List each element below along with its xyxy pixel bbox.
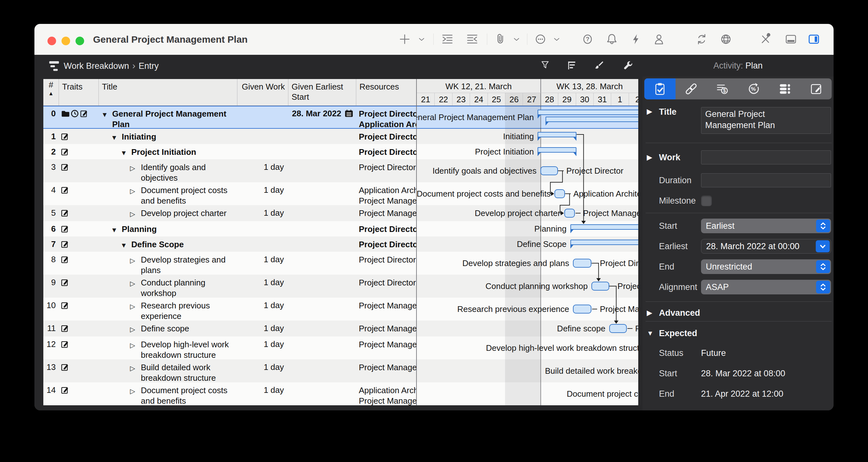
disclosure-triangle-icon[interactable]: ▼ bbox=[111, 224, 122, 235]
table-row[interactable]: 1▼InitiatingProject DirectorInitiating bbox=[43, 129, 638, 144]
outdent-icon[interactable] bbox=[465, 32, 479, 46]
breadcrumb-view[interactable]: Entry bbox=[138, 61, 159, 71]
tab-plan[interactable] bbox=[644, 79, 676, 99]
zoom-button[interactable] bbox=[75, 37, 84, 45]
table-row[interactable]: 3▷Identify goals and objectives1 dayProj… bbox=[43, 159, 638, 182]
table-row[interactable]: 0▼General Project Management Plan28. Mar… bbox=[43, 106, 638, 129]
more-options-icon[interactable] bbox=[533, 32, 548, 46]
table-row[interactable]: 7▼Define ScopeProject DirectorDefine Sco… bbox=[43, 237, 638, 252]
tab-resources[interactable] bbox=[769, 79, 801, 99]
gantt-summary-bar[interactable] bbox=[570, 224, 638, 230]
duration-input[interactable] bbox=[701, 173, 831, 187]
breadcrumb[interactable]: Work Breakdown›Entry bbox=[64, 55, 159, 76]
stepper-icon[interactable] bbox=[816, 260, 830, 273]
stepper-icon[interactable] bbox=[816, 219, 830, 232]
title-input[interactable]: General Project Management Plan bbox=[701, 107, 831, 134]
table-row[interactable]: 13▷Build detailed work breakdown structu… bbox=[43, 360, 638, 382]
table-row[interactable]: 5▷Develop project charter1 dayProject Ma… bbox=[43, 205, 638, 221]
gantt-summary-bar[interactable] bbox=[570, 240, 638, 245]
gantt-summary-bar[interactable] bbox=[546, 117, 638, 122]
table-row[interactable]: 11▷Define scope1 dayProject ManagerDefin… bbox=[43, 320, 638, 336]
network-icon[interactable] bbox=[719, 32, 733, 46]
end-popup[interactable]: Unrestricted bbox=[701, 259, 831, 274]
chevron-down-icon[interactable] bbox=[416, 34, 427, 45]
milestone-checkbox[interactable] bbox=[701, 195, 712, 206]
gantt-task-bar[interactable] bbox=[609, 324, 627, 333]
disclosure-right-icon[interactable]: ▶ bbox=[647, 154, 652, 161]
dropdown-chevron-icon[interactable] bbox=[816, 240, 830, 252]
disclosure-triangle-icon[interactable]: ▷ bbox=[130, 385, 141, 396]
table-row[interactable]: 4▷Document project costs and benefits1 d… bbox=[43, 182, 638, 205]
column-header-num[interactable]: # ▲ bbox=[43, 79, 59, 105]
attachment-icon[interactable] bbox=[493, 32, 507, 46]
bottom-panel-toggle-icon[interactable] bbox=[784, 32, 798, 46]
minimize-button[interactable] bbox=[62, 37, 70, 45]
alignment-popup[interactable]: ASAP bbox=[701, 280, 831, 295]
filter-icon[interactable] bbox=[539, 60, 551, 72]
disclosure-right-icon[interactable]: ▶ bbox=[647, 309, 652, 317]
disclosure-triangle-icon[interactable]: ▷ bbox=[130, 362, 141, 373]
gantt-summary-bar[interactable] bbox=[537, 147, 577, 153]
add-icon[interactable] bbox=[398, 32, 412, 46]
actions-icon[interactable] bbox=[629, 32, 643, 46]
gantt-summary-bar[interactable] bbox=[537, 132, 577, 137]
gantt-timescale[interactable]: WK 12, 21. March WK 13, 28. March 212223… bbox=[417, 79, 638, 105]
column-header-resources[interactable]: Resources bbox=[356, 79, 417, 105]
disclosure-triangle-icon[interactable]: ▷ bbox=[130, 185, 141, 196]
breadcrumb-section[interactable]: Work Breakdown bbox=[64, 61, 129, 71]
user-icon[interactable] bbox=[652, 32, 666, 46]
gantt-task-bar[interactable] bbox=[540, 166, 558, 175]
table-row[interactable]: 10▷Research previous experience1 dayProj… bbox=[43, 298, 638, 320]
earliest-date-field[interactable]: 28. March 2022 at 00:00 bbox=[701, 239, 831, 254]
tab-finances[interactable]: $ bbox=[707, 79, 738, 99]
chevron-down-icon[interactable] bbox=[551, 34, 562, 45]
disclosure-triangle-icon[interactable]: ▷ bbox=[130, 254, 141, 266]
tab-links[interactable] bbox=[676, 79, 707, 99]
work-input[interactable] bbox=[701, 150, 831, 164]
disclosure-triangle-icon[interactable]: ▼ bbox=[111, 131, 122, 143]
disclosure-triangle-icon[interactable]: ▼ bbox=[120, 147, 131, 158]
right-panel-toggle-icon[interactable] bbox=[807, 32, 821, 46]
gantt-task-bar[interactable] bbox=[554, 189, 565, 198]
chevron-down-icon[interactable] bbox=[511, 34, 522, 45]
gantt-summary-bar[interactable] bbox=[537, 110, 638, 115]
stepper-icon[interactable] bbox=[816, 281, 830, 294]
column-header-title[interactable]: Title bbox=[99, 79, 238, 105]
table-row[interactable]: 2▼Project InitiationProject DirectorProj… bbox=[43, 144, 638, 159]
table-row[interactable]: 14▷Document project costs and benefits1 … bbox=[43, 382, 638, 405]
disclosure-triangle-icon[interactable]: ▼ bbox=[120, 239, 131, 250]
tab-notes[interactable] bbox=[801, 79, 832, 99]
gantt-task-bar[interactable] bbox=[573, 305, 591, 313]
settings-tools-icon[interactable] bbox=[758, 32, 772, 46]
disclosure-triangle-icon[interactable]: ▷ bbox=[130, 208, 141, 219]
disclosure-right-icon[interactable]: ▶ bbox=[647, 108, 652, 115]
calendar-icon[interactable] bbox=[344, 109, 354, 118]
help-icon[interactable]: ? bbox=[581, 32, 595, 46]
disclosure-triangle-icon[interactable]: ▷ bbox=[130, 162, 141, 173]
notifications-icon[interactable] bbox=[605, 32, 619, 46]
disclosure-triangle-icon[interactable]: ▷ bbox=[130, 339, 141, 350]
table-row[interactable]: 12▷Develop high-level work breakdown str… bbox=[43, 336, 638, 360]
disclosure-triangle-icon[interactable]: ▷ bbox=[130, 301, 141, 312]
column-header-traits[interactable]: Traits bbox=[59, 79, 99, 105]
gantt-task-bar[interactable] bbox=[591, 282, 609, 290]
gantt-task-bar[interactable] bbox=[573, 259, 591, 268]
disclosure-down-icon[interactable]: ▼ bbox=[647, 330, 654, 337]
start-popup[interactable]: Earliest bbox=[701, 219, 831, 233]
table-gantt-splitter[interactable] bbox=[416, 79, 417, 405]
indent-icon[interactable] bbox=[440, 32, 455, 46]
style-brush-icon[interactable] bbox=[593, 60, 605, 72]
table-row[interactable]: 6▼PlanningProject DirectorPlanning bbox=[43, 221, 638, 237]
disclosure-triangle-icon[interactable]: ▼ bbox=[101, 109, 112, 120]
settings-wrench-icon[interactable] bbox=[622, 60, 634, 72]
column-header-given-work[interactable]: Given Work bbox=[238, 79, 288, 105]
column-header-given-earliest-start[interactable]: Given Earliest Start bbox=[288, 79, 356, 105]
disclosure-triangle-icon[interactable]: ▷ bbox=[130, 278, 141, 289]
gantt-task-bar[interactable] bbox=[564, 209, 575, 218]
table-row[interactable]: 8▷Develop strategies and plans1 dayProje… bbox=[43, 252, 638, 275]
tab-progress[interactable]: % bbox=[738, 79, 769, 99]
outline-icon[interactable] bbox=[566, 60, 578, 72]
close-button[interactable] bbox=[48, 37, 56, 45]
sync-icon[interactable] bbox=[695, 32, 709, 46]
disclosure-triangle-icon[interactable]: ▷ bbox=[130, 324, 141, 335]
